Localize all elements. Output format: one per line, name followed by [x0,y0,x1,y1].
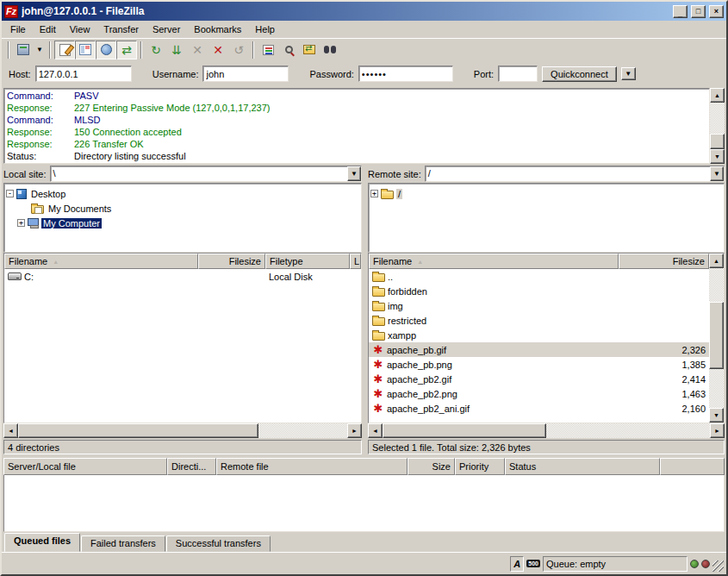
username-input[interactable] [202,66,289,82]
toggle-local-tree-button[interactable] [75,41,96,59]
resize-grip[interactable] [712,560,724,572]
file-size: 1,463 [619,389,709,399]
scrollbar-thumb[interactable] [709,302,724,369]
disconnect-button[interactable]: ✕ [208,41,228,59]
tab-successful-transfers[interactable]: Successful transfers [166,535,271,552]
column-header-filesize[interactable]: Filesize [619,254,709,269]
local-horizontal-scrollbar[interactable]: ◄ ► [3,423,362,438]
scroll-down-button[interactable]: ▼ [709,408,724,423]
file-row[interactable]: forbidden [369,284,709,298]
chevron-down-icon[interactable]: ▼ [347,166,361,181]
minimize-button[interactable]: _ [673,5,688,18]
scroll-down-button[interactable]: ▼ [710,149,725,164]
site-manager-dropdown-button[interactable]: ▼ [34,41,46,59]
menu-view[interactable]: View [63,22,97,36]
column-header-filetype[interactable]: Filetype [265,254,350,269]
site-manager-button[interactable] [13,41,34,59]
file-row[interactable]: xampp [369,328,709,342]
cancel-icon: ✕ [192,44,202,56]
port-label: Port: [474,69,494,79]
local-site-combobox[interactable]: \ ▼ [50,166,362,182]
expand-icon[interactable]: + [17,219,25,227]
scroll-up-button[interactable]: ▲ [709,254,724,268]
column-header-priority[interactable]: Priority [455,458,505,475]
menu-transfer[interactable]: Transfer [96,22,146,36]
expand-icon[interactable]: + [370,190,378,197]
column-header-size[interactable]: Size [408,458,455,475]
status-bar: A 500 Queue: empty [2,552,726,574]
tree-item-my-documents[interactable]: My Documents [6,201,359,216]
close-button[interactable]: × [709,5,724,18]
refresh-button[interactable]: ↻ [146,41,166,59]
column-header-remote-file[interactable]: Remote file [216,458,408,475]
scrollbar-thumb[interactable] [18,423,258,438]
remote-horizontal-scrollbar[interactable]: ◄ ► [368,423,725,438]
remote-site-combobox[interactable]: / ▼ [425,166,725,182]
site-manager-icon [17,44,29,55]
scroll-left-button[interactable]: ◄ [3,423,18,438]
synchronized-browsing-button[interactable] [299,41,320,59]
column-header-last-modified[interactable]: L [350,254,361,269]
tree-item-label: / [396,189,402,199]
file-row-selected[interactable]: apache_pb.gif 2,326 [369,342,709,357]
process-queue-button[interactable]: ⇊ [166,41,187,59]
file-row[interactable]: restricted [369,313,709,328]
menu-edit[interactable]: Edit [33,22,63,36]
quickconnect-button[interactable]: Quickconnect [542,66,617,82]
log-vertical-scrollbar[interactable]: ▲ ▼ [710,88,725,164]
ascii-mode-icon: A [513,559,520,569]
tab-failed-transfers[interactable]: Failed transfers [81,535,165,552]
menu-file[interactable]: File [3,22,33,36]
column-header-filesize[interactable]: Filesize [198,254,265,269]
scroll-left-button[interactable]: ◄ [368,423,383,438]
menu-bookmarks[interactable]: Bookmarks [187,22,248,36]
password-input[interactable] [358,66,453,82]
column-header-filename[interactable]: Filename▲ [4,254,198,269]
menu-help[interactable]: Help [248,22,282,36]
file-row-c-drive[interactable]: C: Local Disk [4,269,361,284]
toggle-message-log-button[interactable] [54,41,75,59]
column-header-status[interactable]: Status [505,458,660,475]
column-header-direction[interactable]: Directi... [167,458,216,475]
remote-site-label: Remote site: [368,169,421,179]
file-row[interactable]: .. [369,269,709,284]
remote-vertical-scrollbar[interactable]: ▲ ▼ [709,254,724,423]
port-input[interactable] [498,66,538,82]
scrollbar-thumb[interactable] [383,423,546,438]
scroll-right-button[interactable]: ► [347,423,362,438]
column-header-server-local-file[interactable]: Server/Local file [3,458,167,475]
maximize-button[interactable]: □ [691,5,706,18]
quickconnect-dropdown-button[interactable]: ▼ [621,67,636,80]
tree-item-root[interactable]: + / [370,186,722,201]
reconnect-button: ↺ [228,41,249,59]
file-row[interactable]: img [369,298,709,313]
find-files-button[interactable] [320,41,340,59]
file-row[interactable]: apache_pb2.gif 2,414 [369,372,709,386]
local-directory-tree: - Desktop My Documents + My Computer [3,183,362,253]
folder-icon [372,317,385,326]
toggle-transfer-queue-button[interactable]: ⇄ [116,41,137,59]
file-row[interactable]: apache_pb2_ani.gif 2,160 [369,401,709,416]
remote-directory-tree: + / [368,183,725,253]
menu-server[interactable]: Server [146,22,187,36]
tree-item-desktop[interactable]: - Desktop [6,186,359,201]
scroll-up-button[interactable]: ▲ [710,88,725,103]
tab-queued-files[interactable]: Queued files [4,533,80,552]
chevron-down-icon[interactable]: ▼ [710,166,724,181]
tree-item-my-computer[interactable]: + My Computer [6,216,359,230]
message-log: Command:PASV Response:227 Entering Passi… [3,88,725,164]
file-row[interactable]: apache_pb2.png 1,463 [369,386,709,401]
toggle-remote-tree-button[interactable] [96,41,116,59]
file-search-button[interactable] [278,41,299,59]
column-header-filename[interactable]: Filename▲ [369,254,619,269]
file-name: forbidden [388,286,427,297]
collapse-icon[interactable]: - [6,190,14,197]
pane-splitter[interactable] [362,165,368,456]
file-row[interactable]: apache_pb.png 1,385 [369,357,709,372]
my-computer-icon [28,218,39,226]
scroll-right-button[interactable]: ► [710,423,725,438]
local-site-path: \ [51,166,347,181]
host-input[interactable] [35,66,132,82]
filter-button[interactable] [258,41,278,59]
scrollbar-thumb[interactable] [710,134,725,149]
